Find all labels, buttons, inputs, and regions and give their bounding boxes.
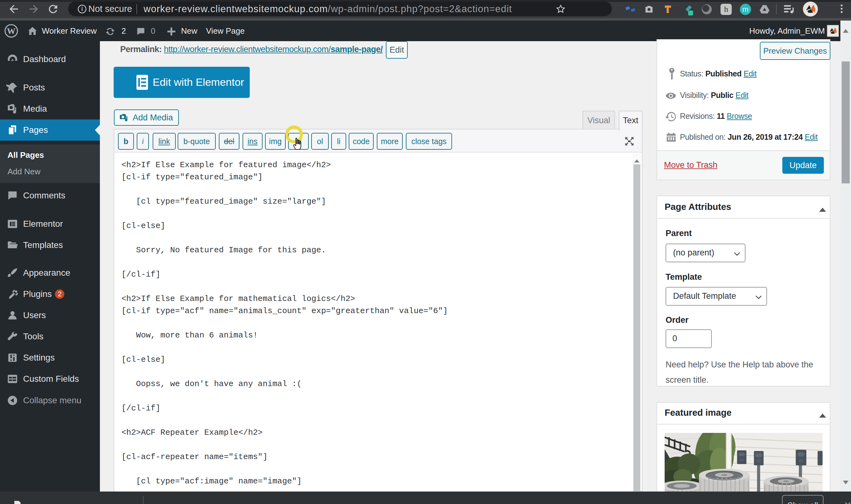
svg-text:W: W [7, 26, 16, 36]
